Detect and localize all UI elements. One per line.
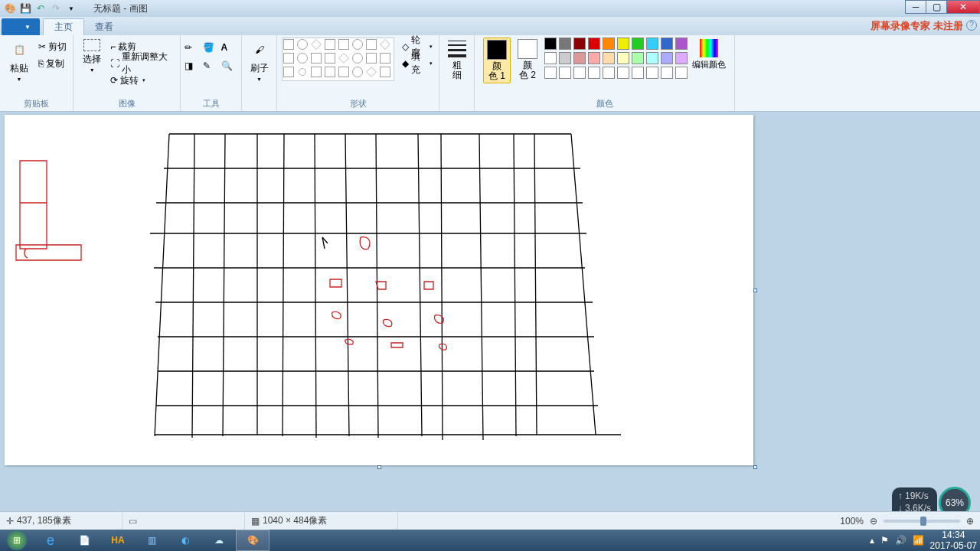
copy-button[interactable]: ⎘复制	[37, 56, 68, 71]
taskbar-paint[interactable]: 🎨	[236, 530, 270, 551]
color-swatch-empty[interactable]	[617, 67, 629, 79]
file-menu[interactable]: ▼	[2, 18, 40, 35]
shape-option[interactable]	[380, 67, 390, 77]
maximize-button[interactable]: ▢	[926, 0, 947, 14]
color-swatch[interactable]	[603, 37, 615, 50]
color-swatch[interactable]	[617, 37, 629, 50]
shape-option[interactable]	[352, 39, 363, 50]
undo-icon[interactable]: ↶	[34, 2, 47, 15]
color-swatch[interactable]	[646, 52, 658, 64]
color-swatch[interactable]	[675, 37, 688, 50]
color-swatch[interactable]	[588, 52, 600, 64]
zoom-slider[interactable]	[884, 520, 960, 523]
shape-option[interactable]	[338, 53, 349, 64]
eraser-tool[interactable]: ◨	[185, 60, 201, 77]
shape-option[interactable]	[325, 53, 335, 64]
color2-button[interactable]: 颜 色 2	[514, 37, 541, 83]
start-button[interactable]: ⊞	[0, 530, 34, 551]
color-swatch-empty[interactable]	[559, 67, 571, 79]
fill-tool[interactable]: 🪣	[203, 42, 220, 59]
shapes-gallery[interactable]	[282, 37, 394, 81]
shape-option[interactable]	[283, 39, 294, 50]
cut-button[interactable]: ✂剪切	[37, 39, 68, 54]
picker-tool[interactable]: ✎	[203, 60, 220, 77]
shape-option[interactable]	[325, 67, 335, 77]
resize-handle-e[interactable]	[753, 289, 757, 292]
color-swatch[interactable]	[573, 37, 586, 50]
taskbar-app4[interactable]: ◐	[168, 530, 202, 551]
color1-button[interactable]: 颜 色 1	[483, 37, 511, 83]
select-button[interactable]: 选择 ▼	[78, 37, 106, 73]
brushes-button[interactable]: 🖌 刷子 ▼	[245, 37, 274, 82]
tray-chevron-icon[interactable]: ▴	[870, 535, 874, 546]
pencil-tool[interactable]: ✏	[185, 42, 201, 59]
color-swatch-empty[interactable]	[603, 67, 615, 79]
color-swatch[interactable]	[646, 37, 658, 50]
tab-view[interactable]: 查看	[84, 18, 124, 35]
shape-option[interactable]	[380, 53, 390, 64]
shape-option[interactable]	[338, 67, 349, 77]
taskbar-app3[interactable]: ▥	[135, 530, 168, 551]
shape-option[interactable]	[366, 39, 377, 50]
color-swatch[interactable]	[675, 52, 688, 64]
color-swatch-empty[interactable]	[588, 67, 600, 79]
save-icon[interactable]: 💾	[18, 2, 32, 15]
shape-option[interactable]	[311, 39, 322, 50]
shape-option[interactable]	[366, 67, 377, 77]
paste-button[interactable]: 📋 粘贴 ▼	[5, 37, 34, 82]
shape-option[interactable]	[352, 53, 363, 64]
help-icon[interactable]: ?	[966, 20, 977, 31]
edit-colors-button[interactable]: 编辑颜色	[692, 37, 726, 70]
resize-handle-se[interactable]	[753, 465, 757, 469]
minimize-button[interactable]: ─	[905, 0, 926, 14]
shape-option[interactable]	[297, 53, 308, 64]
shape-option[interactable]	[283, 67, 294, 77]
shape-option[interactable]	[366, 53, 377, 64]
color-swatch-empty[interactable]	[573, 67, 586, 79]
size-button[interactable]: 粗 细	[443, 37, 471, 79]
color-swatch[interactable]	[632, 37, 644, 50]
tray-volume-icon[interactable]: 🔊	[895, 535, 906, 546]
tray-clock[interactable]: 14:342017-05-07	[930, 530, 977, 551]
color-swatch-empty[interactable]	[646, 67, 658, 79]
color-swatch[interactable]	[661, 52, 673, 64]
zoom-out-button[interactable]: ⊖	[870, 516, 877, 527]
color-swatch-empty[interactable]	[675, 67, 688, 79]
color-swatch[interactable]	[559, 52, 571, 64]
color-swatch[interactable]	[544, 37, 557, 50]
zoom-tool[interactable]: 🔍	[221, 60, 238, 77]
color-swatch[interactable]	[632, 52, 644, 64]
shape-option[interactable]	[297, 39, 308, 50]
taskbar-app1[interactable]: 📄	[67, 530, 101, 551]
shape-fill-button[interactable]: ◆填充▾	[400, 56, 434, 71]
color-swatch-empty[interactable]	[661, 67, 673, 79]
color-swatch[interactable]	[661, 37, 673, 50]
tray-flag-icon[interactable]: ⚑	[880, 535, 889, 546]
color-swatch-empty[interactable]	[632, 67, 644, 79]
redo-icon[interactable]: ↷	[49, 2, 63, 15]
color-swatch[interactable]	[588, 37, 600, 50]
color-swatch[interactable]	[573, 52, 586, 64]
color-swatch[interactable]	[617, 52, 629, 64]
resize-handle-s[interactable]	[377, 465, 381, 469]
shape-option[interactable]	[283, 53, 294, 64]
rotate-button[interactable]: ⟳旋转▾	[109, 73, 175, 88]
color-swatch-empty[interactable]	[544, 67, 557, 79]
taskbar-app5[interactable]: ☁	[202, 530, 236, 551]
color-swatch[interactable]	[603, 52, 615, 64]
tray-network-icon[interactable]: 📶	[913, 535, 924, 546]
shape-option[interactable]	[325, 39, 335, 50]
canvas[interactable]	[5, 115, 753, 465]
qat-dropdown-icon[interactable]: ▼	[64, 2, 78, 15]
taskbar-ie[interactable]: e	[34, 530, 67, 551]
color-swatch[interactable]	[544, 52, 557, 64]
shape-option[interactable]	[352, 67, 363, 77]
tab-home[interactable]: 主页	[43, 18, 84, 35]
text-tool[interactable]: A	[221, 42, 238, 59]
color-swatch[interactable]	[559, 37, 571, 50]
shape-option[interactable]	[380, 39, 390, 50]
shape-option[interactable]	[297, 67, 308, 77]
close-button[interactable]: ✕	[946, 0, 980, 14]
resize-button[interactable]: ⛶重新调整大小	[109, 56, 175, 71]
zoom-in-button[interactable]: ⊕	[966, 516, 974, 527]
